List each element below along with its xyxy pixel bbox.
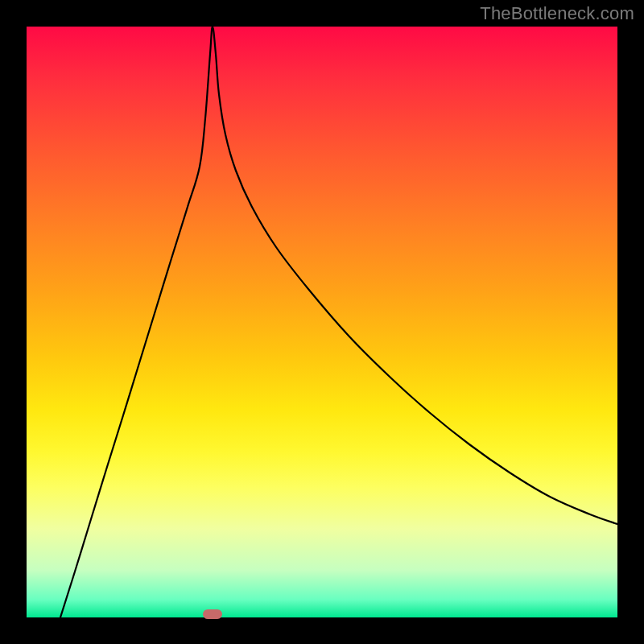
plot-area [27,27,617,617]
bottleneck-curve [27,27,617,617]
chart-frame: TheBottleneck.com [0,0,644,644]
valley-marker [203,609,222,619]
watermark-text: TheBottleneck.com [480,3,634,24]
